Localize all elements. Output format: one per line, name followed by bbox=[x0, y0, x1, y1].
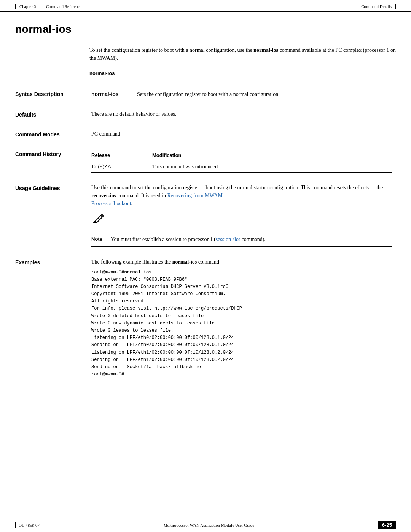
command-syntax-display: normal-ios bbox=[89, 70, 396, 76]
command-history-content: Release Modification 12.(9)ZAThis comman… bbox=[86, 145, 396, 179]
note-box: Note You must first establish a session … bbox=[91, 232, 392, 247]
syntax-desc-cell: Sets the configuration register to boot … bbox=[137, 89, 392, 99]
page-content: normal-ios To set the configuration regi… bbox=[0, 12, 411, 407]
code-line: Wrote 0 new dynamic host decls to leases… bbox=[91, 320, 392, 327]
footer-right-label: Multiprocessor WAN Application Module Us… bbox=[164, 523, 254, 527]
note-text: You must first establish a session to pr… bbox=[111, 235, 266, 243]
intro-paragraph: To set the configuration register to boo… bbox=[89, 46, 396, 62]
syntax-inner-row: normal-ios Sets the configuration regist… bbox=[91, 89, 392, 99]
syntax-description-content: normal-ios Sets the configuration regist… bbox=[86, 85, 396, 105]
note-label: Note bbox=[91, 235, 102, 243]
code-line: Copyright 1995-2001 Internet Software Co… bbox=[91, 291, 392, 298]
code-line: root@mwam-9#normal-ios bbox=[91, 269, 392, 276]
footer-bar-icon bbox=[15, 522, 16, 528]
command-history-label: Command History bbox=[15, 145, 86, 179]
examples-bold-command: normal-ios bbox=[172, 259, 197, 265]
syntax-cmd-cell: normal-ios bbox=[91, 89, 137, 99]
usage-guidelines-label: Usage Guidelines bbox=[15, 179, 86, 253]
code-line: Sending on Socket/fallback/fallback-net bbox=[91, 364, 392, 371]
intro-bold-command: normal-ios bbox=[253, 47, 278, 53]
footer-page-number: 6-25 bbox=[378, 521, 396, 529]
history-body: 12.(9)ZAThis command was introduced. bbox=[91, 161, 392, 172]
command-modes-row: Command Modes PC command bbox=[15, 125, 396, 145]
header-right-bar-icon bbox=[395, 4, 396, 9]
section-label: Command Reference bbox=[46, 4, 81, 9]
defaults-label: Defaults bbox=[15, 105, 86, 125]
command-details-label: Command Details bbox=[361, 4, 392, 9]
examples-row: Examples The following example illustrat… bbox=[15, 253, 396, 384]
header-separator bbox=[39, 4, 43, 9]
note-pencil-icon bbox=[91, 212, 105, 226]
code-line: All rights reserved. bbox=[91, 298, 392, 305]
chapter-label: Chapter 6 bbox=[19, 4, 36, 9]
code-line: Wrote 0 leases to leases file. bbox=[91, 327, 392, 334]
code-line: Listening on LPF/eth1/02:00:00:00:0f:10/… bbox=[91, 349, 392, 356]
history-release-header: Release bbox=[91, 150, 152, 161]
examples-intro-text: The following example illustrates the no… bbox=[91, 258, 392, 266]
syntax-command-label: normal-ios bbox=[89, 70, 115, 76]
recover-ios-bold: recover-ios bbox=[91, 193, 116, 198]
usage-guidelines-content: Use this command to set the configuratio… bbox=[86, 179, 396, 253]
syntax-description-label: Syntax Description bbox=[15, 85, 86, 105]
code-line: Sending on LPF/eth0/02:00:00:00:0f:00/12… bbox=[91, 342, 392, 349]
page-title: normal-ios bbox=[15, 23, 396, 35]
history-modification-cell: This command was introduced. bbox=[152, 161, 392, 172]
usage-guidelines-row: Usage Guidelines Use this command to set… bbox=[15, 179, 396, 253]
history-inner-table: Release Modification 12.(9)ZAThis comman… bbox=[91, 150, 392, 173]
code-line: For info, please visit http://www.isc.or… bbox=[91, 305, 392, 312]
page-header: Chapter 6 Command Reference Command Deta… bbox=[0, 0, 411, 12]
code-block: root@mwam-9#normal-iosBase external MAC:… bbox=[91, 269, 392, 379]
sections-table: Syntax Description normal-ios Sets the c… bbox=[15, 85, 396, 384]
pencil-icon-wrapper bbox=[91, 212, 392, 228]
defaults-row: Defaults There are no default behavior o… bbox=[15, 105, 396, 125]
command-modes-label: Command Modes bbox=[15, 125, 86, 145]
usage-guidelines-text: Use this command to set the configuratio… bbox=[91, 184, 392, 208]
code-line: Wrote 0 deleted host decls to leases fil… bbox=[91, 313, 392, 320]
code-line: Listening on LPF/eth0/02:00:00:00:0f:00/… bbox=[91, 334, 392, 342]
footer-doc-id: OL-4858-07 bbox=[19, 523, 40, 527]
page-footer: OL-4858-07 Multiprocessor WAN Applicatio… bbox=[0, 518, 411, 532]
history-modification-header: Modification bbox=[152, 150, 392, 161]
code-line: Internet Software Consortium DHCP Server… bbox=[91, 283, 392, 291]
defaults-content: There are no default behavior or values. bbox=[86, 105, 396, 125]
history-data-row: 12.(9)ZAThis command was introduced. bbox=[91, 161, 392, 172]
footer-left: OL-4858-07 bbox=[15, 522, 40, 528]
session-slot-link[interactable]: session slot bbox=[216, 236, 240, 242]
history-release-cell: 12.(9)ZA bbox=[91, 161, 152, 172]
command-modes-content: PC command bbox=[86, 125, 396, 145]
svg-line-0 bbox=[100, 215, 102, 217]
header-left: Chapter 6 Command Reference bbox=[15, 4, 81, 9]
command-history-row: Command History Release Modification 12.… bbox=[15, 145, 396, 179]
code-line: Base external MAC: "0003.FEAB.9FB6" bbox=[91, 276, 392, 283]
examples-label: Examples bbox=[15, 253, 86, 384]
history-header-row: Release Modification bbox=[91, 150, 392, 161]
code-line: root@mwam-9# bbox=[91, 371, 392, 378]
examples-content: The following example illustrates the no… bbox=[86, 253, 396, 384]
syntax-description-row: Syntax Description normal-ios Sets the c… bbox=[15, 85, 396, 105]
code-line: Sending on LPF/eth1/02:00:00:00:0f:10/12… bbox=[91, 356, 392, 364]
syntax-inner-table: normal-ios Sets the configuration regist… bbox=[91, 89, 392, 99]
header-right: Command Details bbox=[361, 4, 396, 9]
header-bar-icon bbox=[15, 4, 16, 9]
